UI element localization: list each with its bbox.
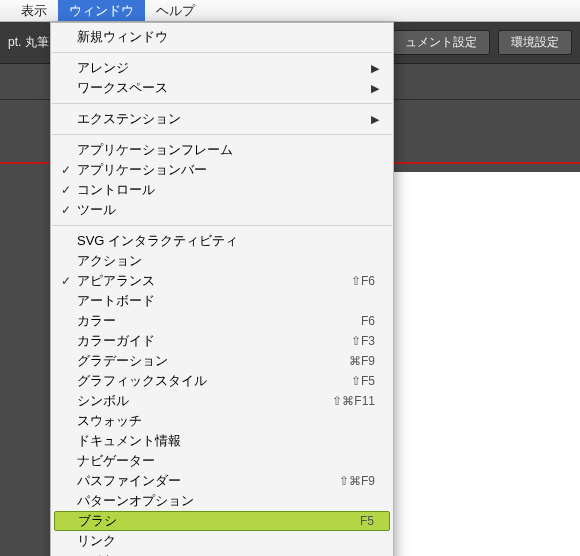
shortcut: ⌘F9	[349, 354, 375, 368]
menu-window[interactable]: ウィンドウ	[58, 0, 145, 21]
menu-symbols[interactable]: シンボル⇧⌘F11	[51, 391, 393, 411]
menu-navigator[interactable]: ナビゲーター	[51, 451, 393, 471]
menu-app-bar[interactable]: ✓アプリケーションバー	[51, 160, 393, 180]
separator	[52, 134, 392, 135]
menu-doc-info[interactable]: ドキュメント情報	[51, 431, 393, 451]
menu-graphic-style[interactable]: グラフィックスタイル⇧F5	[51, 371, 393, 391]
shortcut: ⇧⌘F11	[332, 394, 375, 408]
checkmark-icon: ✓	[61, 163, 71, 177]
menu-pathfinder[interactable]: パスファインダー⇧⌘F9	[51, 471, 393, 491]
menu-control[interactable]: ✓コントロール	[51, 180, 393, 200]
shortcut: ⇧⌘F9	[339, 474, 375, 488]
checkmark-icon: ✓	[61, 274, 71, 288]
menu-pattern-options[interactable]: パターンオプション	[51, 491, 393, 511]
submenu-arrow-icon: ▶	[371, 62, 379, 75]
menu-gradient[interactable]: グラデーション⌘F9	[51, 351, 393, 371]
menu-app-frame[interactable]: アプリケーションフレーム	[51, 140, 393, 160]
menu-artboards[interactable]: アートボード	[51, 291, 393, 311]
menu-actions[interactable]: アクション	[51, 251, 393, 271]
shortcut: F5	[360, 514, 374, 528]
separator	[52, 52, 392, 53]
doc-settings-button[interactable]: ュメント設定	[392, 30, 490, 55]
shortcut: F6	[361, 314, 375, 328]
menu-appearance[interactable]: ✓アピアランス⇧F6	[51, 271, 393, 291]
menu-tools[interactable]: ✓ツール	[51, 200, 393, 220]
checkmark-icon: ✓	[61, 183, 71, 197]
menu-help[interactable]: ヘルプ	[145, 0, 206, 21]
separator	[52, 225, 392, 226]
menu-workspace[interactable]: ワークスペース▶	[51, 78, 393, 98]
shortcut: ⇧F5	[351, 374, 375, 388]
preferences-button[interactable]: 環境設定	[498, 30, 572, 55]
menubar: 表示 ウィンドウ ヘルプ	[0, 0, 580, 22]
submenu-arrow-icon: ▶	[371, 82, 379, 95]
separator	[52, 103, 392, 104]
menu-extension[interactable]: エクステンション▶	[51, 109, 393, 129]
menu-new-window[interactable]: 新規ウィンドウ	[51, 27, 393, 47]
menu-color-guide[interactable]: カラーガイド⇧F3	[51, 331, 393, 351]
menu-svg-interactivity[interactable]: SVG インタラクティビティ	[51, 231, 393, 251]
shortcut: ⇧F3	[351, 334, 375, 348]
menu-arrange[interactable]: アレンジ▶	[51, 58, 393, 78]
menu-swatches[interactable]: スウォッチ	[51, 411, 393, 431]
menu-color[interactable]: カラーF6	[51, 311, 393, 331]
menu-brushes[interactable]: ブラシF5	[54, 511, 390, 531]
brush-label: pt. 丸筆	[8, 34, 49, 51]
checkmark-icon: ✓	[61, 203, 71, 217]
submenu-arrow-icon: ▶	[371, 113, 379, 126]
window-menu-dropdown: 新規ウィンドウ アレンジ▶ ワークスペース▶ エクステンション▶ アプリケーショ…	[50, 22, 394, 556]
menu-view[interactable]: 表示	[10, 0, 58, 21]
shortcut: ⇧F6	[351, 274, 375, 288]
menu-layers[interactable]: レイヤーF7	[51, 551, 393, 556]
menu-links[interactable]: リンク	[51, 531, 393, 551]
